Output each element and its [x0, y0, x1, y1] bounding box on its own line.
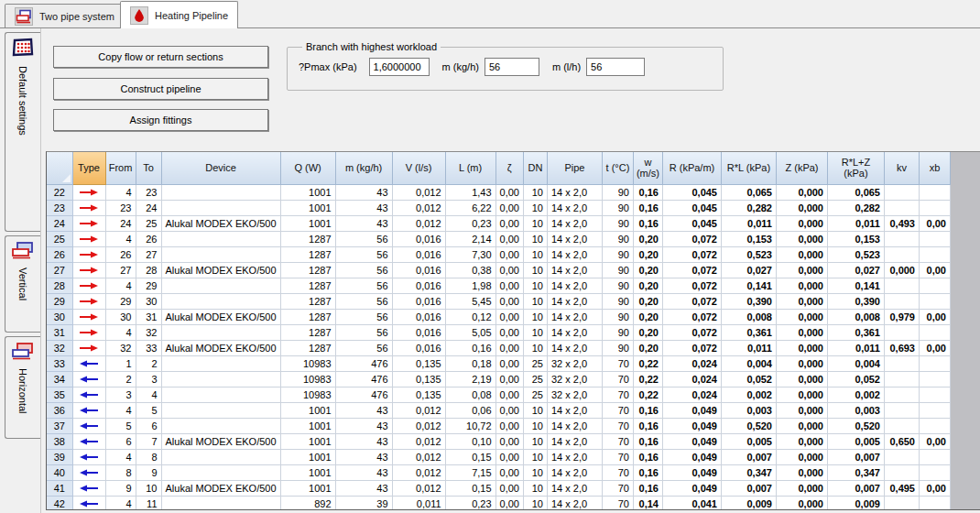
cell-l[interactable]: 0,16: [445, 340, 495, 355]
cell-q[interactable]: 1287: [280, 309, 335, 324]
cell-r[interactable]: 0,024: [662, 371, 721, 387]
cell-t[interactable]: 90: [602, 184, 633, 200]
cell-device[interactable]: Alukal MODEX EKO/500: [161, 480, 280, 496]
cell-w[interactable]: 0,20: [633, 309, 662, 324]
type-cell[interactable]: [72, 402, 105, 418]
cell-v[interactable]: 0,016: [392, 324, 445, 340]
row-number[interactable]: 24: [47, 215, 72, 231]
column-header-m-kg-h-[interactable]: m (kg/h): [335, 152, 392, 184]
cell-m[interactable]: 56: [335, 324, 392, 340]
cell-q[interactable]: 1287: [280, 262, 335, 278]
cell-to[interactable]: 33: [136, 340, 161, 355]
cell-device[interactable]: [161, 449, 280, 464]
cell-dn[interactable]: 25: [523, 355, 547, 371]
column-header--[interactable]: ζ: [495, 152, 523, 184]
cell-r[interactable]: 0,045: [662, 200, 721, 215]
cell-pipe[interactable]: 14 x 2,0: [547, 464, 602, 480]
cell-rl[interactable]: 0,361: [721, 324, 776, 340]
cell-pipe[interactable]: 14 x 2,0: [547, 200, 602, 215]
cell-zeta[interactable]: 0,00: [495, 231, 523, 246]
cell-xb[interactable]: [919, 464, 950, 480]
column-header-device[interactable]: Device: [161, 152, 280, 184]
cell-rl[interactable]: 0,007: [721, 480, 776, 496]
cell-rl[interactable]: 0,008: [721, 309, 776, 324]
cell-rl[interactable]: 0,004: [721, 355, 776, 371]
cell-dn[interactable]: 25: [523, 387, 547, 402]
cell-r[interactable]: 0,045: [662, 215, 721, 231]
cell-xb[interactable]: 0,00: [919, 309, 950, 324]
cell-m[interactable]: 476: [335, 355, 392, 371]
cell-l[interactable]: 2,19: [445, 371, 495, 387]
cell-rl[interactable]: 0,523: [721, 246, 776, 262]
cell-kv[interactable]: [884, 449, 919, 464]
cell-rlz[interactable]: 0,141: [827, 278, 884, 293]
type-cell[interactable]: [72, 371, 105, 387]
cell-t[interactable]: 90: [602, 215, 633, 231]
cell-w[interactable]: 0,16: [633, 184, 662, 200]
cell-l[interactable]: 0,10: [445, 433, 495, 449]
type-cell[interactable]: [72, 246, 105, 262]
cell-pipe[interactable]: 14 x 2,0: [547, 402, 602, 418]
cell-v[interactable]: 0,016: [392, 309, 445, 324]
cell-from[interactable]: 1: [105, 355, 136, 371]
cell-rlz[interactable]: 0,007: [827, 449, 884, 464]
cell-rlz[interactable]: 0,009: [827, 496, 884, 510]
cell-zeta[interactable]: 0,00: [495, 246, 523, 262]
cell-rlz[interactable]: 0,005: [827, 433, 884, 449]
cell-rlz[interactable]: 0,027: [827, 262, 884, 278]
row-number[interactable]: 42: [47, 496, 72, 510]
cell-t[interactable]: 70: [602, 449, 633, 464]
cell-xb[interactable]: [919, 200, 950, 215]
cell-xb[interactable]: 0,00: [919, 262, 950, 278]
cell-pipe[interactable]: 14 x 2,0: [547, 293, 602, 309]
cell-to[interactable]: 6: [136, 418, 161, 433]
cell-r[interactable]: 0,072: [662, 262, 721, 278]
cell-q[interactable]: 1001: [280, 433, 335, 449]
cell-z[interactable]: 0,000: [776, 355, 827, 371]
cell-from[interactable]: 4: [105, 449, 136, 464]
cell-rlz[interactable]: 0,011: [827, 340, 884, 355]
type-cell[interactable]: [72, 496, 105, 510]
cell-to[interactable]: 31: [136, 309, 161, 324]
type-cell[interactable]: [72, 200, 105, 215]
cell-z[interactable]: 0,000: [776, 324, 827, 340]
cell-v[interactable]: 0,012: [392, 480, 445, 496]
cell-v[interactable]: 0,135: [392, 387, 445, 402]
cell-to[interactable]: 8: [136, 449, 161, 464]
cell-l[interactable]: 0,15: [445, 480, 495, 496]
cell-xb[interactable]: [919, 246, 950, 262]
cell-kv[interactable]: 0,000: [884, 262, 919, 278]
cell-dn[interactable]: 10: [523, 464, 547, 480]
cell-w[interactable]: 0,16: [633, 402, 662, 418]
column-header-r-l-kpa-[interactable]: R*L (kPa): [721, 152, 776, 184]
cell-kv[interactable]: [884, 371, 919, 387]
cell-q[interactable]: 1001: [280, 215, 335, 231]
cell-q[interactable]: 1287: [280, 340, 335, 355]
cell-m[interactable]: 43: [335, 480, 392, 496]
cell-rl[interactable]: 0,009: [721, 496, 776, 510]
cell-xb[interactable]: [919, 184, 950, 200]
cell-pipe[interactable]: 14 x 2,0: [547, 340, 602, 355]
cell-z[interactable]: 0,000: [776, 449, 827, 464]
cell-rl[interactable]: 0,003: [721, 402, 776, 418]
row-number[interactable]: 23: [47, 200, 72, 215]
cell-device[interactable]: Alukal MODEX EKO/500: [161, 309, 280, 324]
cell-device[interactable]: [161, 496, 280, 510]
cell-rl[interactable]: 0,390: [721, 293, 776, 309]
cell-kv[interactable]: [884, 387, 919, 402]
cell-to[interactable]: 23: [136, 184, 161, 200]
cell-device[interactable]: Alukal MODEX EKO/500: [161, 215, 280, 231]
cell-w[interactable]: 0,16: [633, 433, 662, 449]
column-header-type[interactable]: Type: [72, 152, 105, 184]
cell-kv[interactable]: [884, 402, 919, 418]
cell-r[interactable]: 0,072: [662, 246, 721, 262]
cell-v[interactable]: 0,012: [392, 464, 445, 480]
cell-zeta[interactable]: 0,00: [495, 371, 523, 387]
column-header-dn[interactable]: DN: [523, 152, 547, 184]
cell-l[interactable]: 2,14: [445, 231, 495, 246]
cell-t[interactable]: 90: [602, 309, 633, 324]
cell-z[interactable]: 0,000: [776, 200, 827, 215]
cell-t[interactable]: 90: [602, 324, 633, 340]
cell-to[interactable]: 11: [136, 496, 161, 510]
cell-zeta[interactable]: 0,00: [495, 387, 523, 402]
